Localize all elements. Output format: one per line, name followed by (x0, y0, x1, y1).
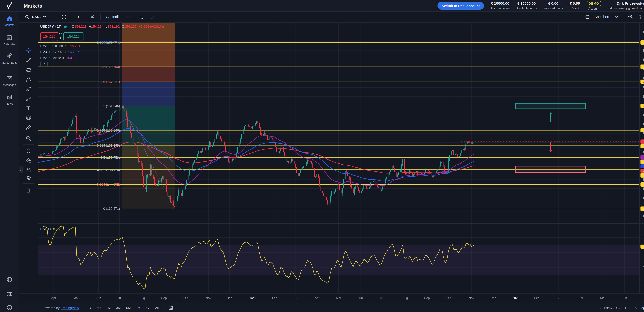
ohlc-legend[interactable]: USDJPY · 1T O154.213 H154.214 L154.192 C… (40, 25, 164, 28)
range-button-1d[interactable]: 1D (85, 305, 93, 311)
sell-button[interactable]: 154.192 (40, 32, 58, 41)
rsi-legend[interactable]: RSI1467.52 (40, 227, 62, 231)
price-axis-label: 142.000 (642, 196, 644, 199)
pane-separator[interactable] (19, 223, 644, 224)
crosshair-tool-icon[interactable] (19, 47, 38, 53)
rsi-axis-label: 80.00 (642, 235, 644, 239)
price-axis-label: 160.000 (642, 113, 644, 117)
target-box[interactable] (516, 103, 586, 109)
market-status-dot-icon (64, 25, 67, 28)
sidebar-item-markets[interactable]: Markets (0, 15, 19, 27)
time-axis-label: Apr (578, 296, 583, 300)
indicators-button[interactable]: Indikatoren (112, 15, 130, 19)
ema-line[interactable] (38, 120, 474, 186)
quick-search-flash-icon[interactable] (628, 14, 633, 19)
price-axis-label: 178.000 (642, 30, 644, 34)
top-bar: Markets Switch to Real account € 10000.0… (0, 0, 644, 12)
time-axis-label: Jun (622, 296, 627, 300)
time-axis-label: Jun (358, 296, 363, 300)
range-button-1m[interactable]: 1M (104, 305, 112, 311)
legend-low: 154.192 (108, 25, 120, 28)
hide-drawings-eye-icon[interactable] (19, 175, 38, 181)
user-info[interactable]: Dirk Friczewsky dirk.friczewsky@gmail.co… (608, 1, 644, 10)
target-box[interactable] (516, 166, 586, 172)
theme-contrast-icon[interactable] (0, 276, 19, 284)
percent-scale-button[interactable]: % (634, 306, 637, 310)
chart-plot-area[interactable] (0, 0, 644, 312)
parallel-channel-tool-icon[interactable] (19, 86, 38, 92)
drawing-mode-pencil-lock-icon[interactable] (19, 157, 38, 163)
range-button-3m[interactable]: 3M (114, 305, 122, 311)
range-button-5y[interactable]: 5Y (144, 305, 151, 311)
range-button-6m[interactable]: 6M (124, 305, 132, 311)
ema-200-legend[interactable]: EMA200 close 0148.704 (40, 44, 80, 48)
legend-collapse-button[interactable] (40, 62, 48, 66)
remove-drawings-trash-icon[interactable] (19, 187, 38, 193)
save-button[interactable]: Speichern (594, 15, 610, 19)
indicators-fx-icon[interactable]: ƒx (105, 14, 111, 19)
envelope-icon (6, 75, 12, 81)
toolbar-collapse-handle[interactable]: › (19, 166, 23, 173)
price-axis-badge: 175.774 (640, 40, 644, 45)
switch-to-real-account-button[interactable]: Switch to Real account (438, 2, 484, 10)
account-type[interactable]: DEMO Account (587, 1, 601, 11)
fib-retracement-tool-icon[interactable] (19, 67, 38, 73)
range-button-all[interactable]: All (154, 305, 160, 311)
brand-logo-icon[interactable] (0, 0, 19, 11)
account-value-stat: € 10000.00 Account value (491, 1, 510, 10)
emoji-tool-icon[interactable] (19, 115, 38, 121)
price-axis-badge: 170.493 (640, 64, 644, 69)
time-axis-label: 3 (295, 296, 296, 300)
sidebar-item-messages[interactable]: Messages (0, 75, 19, 87)
price-axis-badge: 139.571 (640, 207, 644, 211)
ema-50-legend[interactable]: EMA50 close 0150.800 (40, 56, 78, 60)
chart-toolbar: USDJPY T ƒx Indikatoren Speichern (19, 11, 644, 23)
time-axis[interactable]: AprMaiJunJulAugSepOktNovDez2025Feb3AprMa… (19, 293, 644, 303)
price-axis[interactable]: 178.000174.000172.000170.000168.000166.0… (639, 22, 644, 293)
xabcd-pattern-tool-icon[interactable] (19, 77, 38, 83)
save-chevron-down-icon[interactable] (615, 15, 618, 18)
price-axis-label: 164.000 (642, 95, 644, 98)
trend-line-tool-icon[interactable] (19, 57, 38, 63)
chart-settings-gear-icon[interactable] (638, 14, 643, 19)
clock-label[interactable]: 23:59:57 (UTC+1) (600, 306, 626, 310)
text-tool-icon[interactable] (19, 106, 38, 111)
log-scale-button[interactable]: log (641, 306, 644, 310)
redo-icon[interactable] (150, 14, 155, 19)
measure-ruler-tool-icon[interactable] (19, 125, 38, 131)
demo-badge: DEMO (587, 1, 601, 6)
calendar-icon (6, 34, 12, 41)
tradingview-link[interactable]: TradingView (61, 306, 79, 310)
compare-add-icon[interactable] (62, 14, 67, 19)
interval-button[interactable]: T (77, 15, 80, 19)
time-axis-label: Dez (227, 296, 232, 300)
bubbles-icon (6, 53, 12, 59)
chart-type-candles-icon[interactable] (90, 14, 95, 19)
range-button-5d[interactable]: 5D (95, 305, 102, 311)
svg-text:ƒ: ƒ (106, 15, 107, 18)
magnet-tool-icon[interactable] (19, 148, 38, 154)
help-icon[interactable]: ? (0, 305, 19, 312)
price-axis-label: 138.000 (642, 214, 644, 218)
ema-100-legend[interactable]: EMA100 close 0149.369 (40, 50, 80, 54)
zoom-in-tool-icon[interactable] (19, 136, 38, 142)
available-funds-stat: € 10000.00 Available funds (516, 1, 537, 10)
sidebar-item-calendar[interactable]: Calendar (0, 34, 19, 46)
powered-by-label: Powered by (42, 306, 60, 310)
undo-icon[interactable] (139, 14, 144, 19)
symbol-search-input[interactable]: USDJPY (32, 15, 46, 19)
time-axis-label: 2 (558, 296, 560, 300)
price-axis-badge: 153.399 (640, 144, 644, 148)
brush-tool-icon[interactable] (19, 96, 38, 102)
range-button-1y[interactable]: 1Y (134, 305, 142, 311)
layout-checkbox-icon[interactable] (585, 14, 590, 19)
buy-button[interactable]: 154.215 (63, 32, 84, 41)
settings-sliders-icon[interactable] (0, 291, 19, 299)
symbol-search-icon[interactable] (25, 14, 29, 19)
sidebar-item-market-buzz[interactable]: Market Buzz (0, 53, 19, 65)
price-axis-label: 144.000 (642, 187, 644, 190)
price-axis-label: 166.000 (642, 86, 644, 89)
go-to-date-icon[interactable] (168, 305, 173, 310)
sidebar-item-news[interactable]: News (0, 94, 19, 106)
price-axis-label: 172.000 (642, 58, 644, 62)
